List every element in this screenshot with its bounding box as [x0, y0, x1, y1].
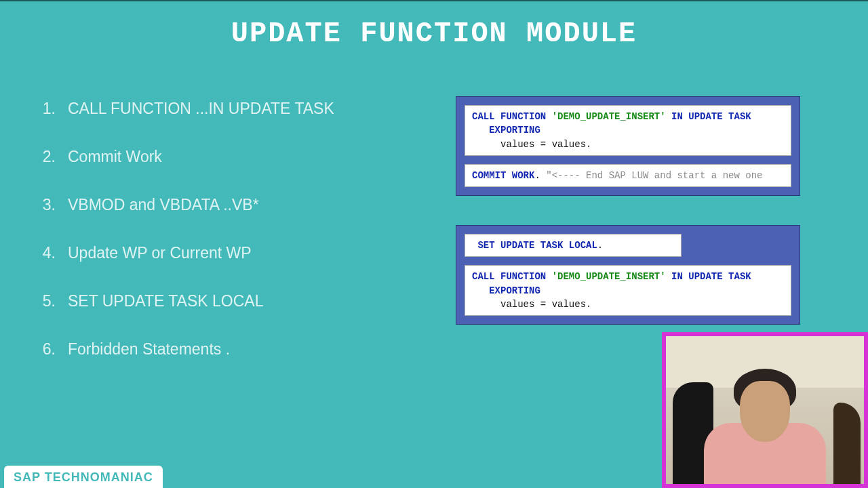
list-num: 6. [38, 340, 68, 359]
list-text: CALL FUNCTION ...IN UPDATE TASK [68, 100, 334, 118]
list-item: 1. CALL FUNCTION ...IN UPDATE TASK [38, 100, 334, 118]
code-text: values = values [500, 299, 586, 310]
presenter-figure [704, 362, 826, 484]
list-item: 2. Commit Work [38, 148, 334, 166]
list-item: 5. SET UPDATE TASK LOCAL [38, 292, 334, 310]
code-text: values = values [500, 139, 586, 150]
list-text: SET UPDATE TASK LOCAL [68, 292, 263, 310]
furniture-shape [833, 403, 861, 484]
code-box-commit: COMMIT WORK. "<---- End SAP LUW and star… [465, 164, 791, 187]
code-kw: IN UPDATE TASK [671, 111, 751, 122]
list-text: Commit Work [68, 148, 162, 166]
list-num: 4. [38, 244, 68, 262]
code-panel-top: CALL FUNCTION 'DEMO_UPDATE_INSERT' IN UP… [456, 96, 800, 196]
code-kw: EXPORTING [489, 125, 540, 136]
code-box-call-fn: CALL FUNCTION 'DEMO_UPDATE_INSERT' IN UP… [465, 105, 791, 156]
code-box-call-fn-2: CALL FUNCTION 'DEMO_UPDATE_INSERT' IN UP… [465, 265, 791, 316]
list-num: 1. [38, 100, 68, 118]
list-item: 4. Update WP or Current WP [38, 244, 334, 262]
list-item: 6. Forbidden Statements . [38, 340, 334, 359]
code-kw: CALL FUNCTION [472, 111, 546, 122]
code-kw: SET UPDATE TASK LOCAL [477, 240, 597, 251]
code-panel-bottom: SET UPDATE TASK LOCAL. CALL FUNCTION 'DE… [456, 225, 800, 325]
list-item: 3. VBMOD and VBDATA ..VB* [38, 196, 334, 214]
code-comment: "<---- End SAP LUW and start a new one [546, 170, 762, 181]
list-num: 3. [38, 196, 68, 214]
code-str: 'DEMO_UPDATE_INSERT' [552, 271, 666, 282]
channel-badge: SAP TECHNOMANIAC [4, 466, 163, 488]
bullet-list: 1. CALL FUNCTION ...IN UPDATE TASK 2. Co… [38, 100, 334, 388]
code-box-set-update: SET UPDATE TASK LOCAL. [465, 234, 682, 257]
list-num: 2. [38, 148, 68, 166]
list-text: Update WP or Current WP [68, 244, 252, 262]
code-kw: EXPORTING [489, 285, 540, 296]
code-str: 'DEMO_UPDATE_INSERT' [552, 111, 666, 122]
slide-title: UPDATE FUNCTION MODULE [0, 1, 868, 50]
code-kw: COMMIT WORK [472, 170, 534, 181]
head-shape [740, 381, 790, 442]
code-kw: CALL FUNCTION [472, 271, 546, 282]
list-num: 5. [38, 292, 68, 310]
list-text: Forbidden Statements . [68, 340, 230, 359]
code-kw: IN UPDATE TASK [671, 271, 751, 282]
list-text: VBMOD and VBDATA ..VB* [68, 196, 259, 214]
webcam-overlay [662, 332, 868, 488]
